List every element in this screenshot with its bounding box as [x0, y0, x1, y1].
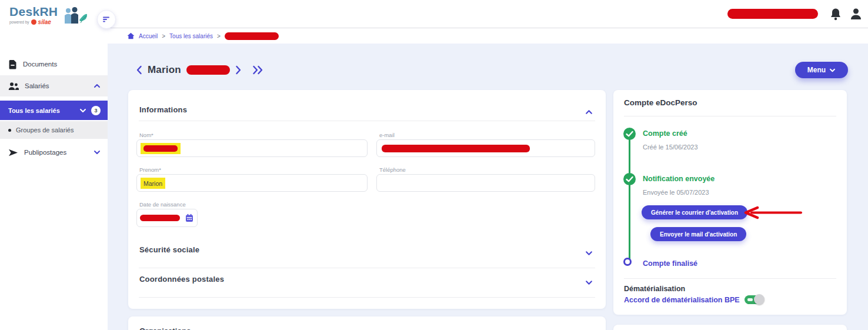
breadcrumb-separator: > [162, 33, 165, 39]
menu-button[interactable]: Menu [795, 62, 848, 78]
red-arrow-annotation [739, 205, 804, 221]
sidebar-item-label: Publipostages [24, 149, 66, 156]
powered-by-label: powered by [9, 20, 29, 24]
collapse-informations-button[interactable] [585, 106, 593, 117]
chevron-down-icon [829, 68, 836, 72]
collapse-sidebar-button[interactable] [97, 10, 116, 29]
topbar: DeskRH powered by silae [0, 0, 868, 28]
breadcrumb-employee-redacted [225, 32, 279, 40]
employee-first-name: Marion [148, 64, 181, 76]
step-compte-cree-date: Créé le 15/06/2023 [643, 144, 698, 151]
email-label: e-mail [379, 132, 395, 138]
employee-nav: Marion [136, 62, 263, 78]
accord-dematerialisation-toggle[interactable] [745, 295, 763, 304]
sidebar-item-tous-les-salaries[interactable]: Tous les salariés 3 [0, 101, 108, 120]
edocperso-title: Compte eDocPerso [624, 98, 697, 107]
date-naissance-redacted [140, 215, 180, 221]
divider [624, 278, 836, 279]
document-icon [8, 59, 17, 69]
step-pending-circle-icon [623, 258, 632, 266]
sidebar-item-label: Documents [23, 61, 57, 68]
breadcrumb-tous-les-salaries[interactable]: Tous les salariés [169, 33, 213, 39]
sidebar-item-publipostages[interactable]: Publipostages [0, 144, 108, 161]
nom-value-highlighted [141, 143, 181, 154]
date-naissance-label: Date de naissance [139, 201, 186, 208]
nom-input[interactable] [136, 139, 368, 157]
nom-label: Nom* [139, 132, 153, 138]
section-securite-sociale: Sécurité sociale [139, 245, 199, 254]
expand-securite-sociale-button[interactable] [585, 248, 593, 258]
section-coordonnees-postales: Coordonnées postales [139, 275, 224, 284]
sidebar-item-label: Tous les salariés [8, 107, 60, 114]
nom-value-redacted [143, 145, 178, 152]
step-done-check-icon [623, 128, 636, 140]
envoyer-mail-activation-button[interactable]: Envoyer le mail d'activation [650, 227, 746, 241]
brand-name: DeskRH [9, 5, 58, 19]
divider [624, 116, 836, 116]
step-compte-cree-label: Compte créé [643, 129, 687, 138]
deskrh-app: DeskRH powered by silae [0, 0, 868, 330]
expand-coordonnees-postales-button[interactable] [585, 277, 593, 288]
chevron-down-icon [79, 108, 86, 113]
employee-form-card: Informations Nom* e-mail Prenom* Marion … [128, 90, 606, 309]
chevron-up-icon [585, 109, 593, 115]
home-icon[interactable] [127, 32, 135, 39]
people-icon [8, 82, 19, 91]
deskrh-logo[interactable]: DeskRH powered by silae [9, 5, 58, 25]
sidebar-item-salaries[interactable]: Salariés [0, 75, 108, 96]
notifications-button[interactable] [829, 7, 842, 24]
email-value-redacted [382, 145, 530, 152]
chevron-down-icon [94, 150, 101, 155]
sidebar-item-groupes-de-salaries[interactable]: Groupes de salariés [0, 121, 108, 139]
next-panel-card [613, 325, 847, 330]
step-notification-envoyee-date: Envoyée le 05/07/2023 [643, 189, 709, 196]
email-input[interactable] [376, 139, 595, 157]
user-icon [849, 7, 863, 21]
breadcrumb: Accueil > Tous les salariés > [108, 28, 868, 44]
send-icon [8, 148, 18, 157]
chevron-up-icon [94, 84, 101, 88]
menu-button-label: Menu [807, 66, 826, 74]
prenom-value: Marion [143, 180, 162, 187]
step-notification-envoyee-label: Notification envoyée [643, 175, 715, 183]
telephone-input[interactable] [376, 174, 595, 192]
telephone-label: Téléphone [379, 166, 406, 173]
prenom-value-highlighted: Marion [141, 178, 165, 189]
organisations-card: Organisations [128, 316, 606, 330]
step-compte-finalise-label: Compte finalisé [643, 259, 697, 268]
dematerialisation-title: Dématérialisation [624, 285, 685, 293]
date-naissance-input[interactable] [136, 209, 198, 227]
timeline-connector [629, 135, 630, 259]
previous-employee-button[interactable] [136, 65, 142, 75]
sidebar: Documents Salariés Tous les salariés [0, 28, 108, 330]
user-account-redacted [727, 9, 818, 19]
prenom-input[interactable]: Marion [136, 174, 368, 192]
silae-brand: silae [38, 19, 51, 25]
edocperso-card: Compte eDocPerso Compte créé Créé le 15/… [613, 90, 847, 315]
prenom-label: Prenom* [139, 166, 161, 173]
toggle-knob [754, 294, 764, 305]
filter-icon [102, 16, 111, 23]
silae-logo-icon [31, 19, 36, 25]
chevron-down-icon [585, 251, 593, 256]
divider [139, 297, 595, 298]
divider [139, 268, 595, 268]
calendar-icon [185, 214, 193, 222]
accord-dematerialisation-row: Accord de dématérialisation BPE [624, 295, 763, 304]
sidebar-item-label: Salariés [25, 82, 49, 89]
next-employee-button[interactable] [235, 65, 242, 75]
bullet-dot-icon [8, 129, 11, 132]
generer-courrier-activation-button[interactable]: Générer le courrier d'activation [642, 205, 747, 219]
bell-icon [829, 7, 842, 21]
step-done-check-icon [623, 173, 636, 185]
profile-button[interactable] [849, 7, 863, 24]
toggle-on-mark [747, 298, 753, 301]
divider [139, 121, 595, 121]
skip-forward-button[interactable] [252, 65, 263, 75]
people-illustration-icon [64, 7, 88, 27]
sidebar-item-label: Groupes de salariés [16, 126, 74, 134]
breadcrumb-accueil[interactable]: Accueil [139, 33, 158, 39]
calendar-picker-button[interactable] [185, 214, 193, 225]
count-badge: 3 [91, 106, 101, 115]
sidebar-item-documents[interactable]: Documents [0, 55, 108, 73]
